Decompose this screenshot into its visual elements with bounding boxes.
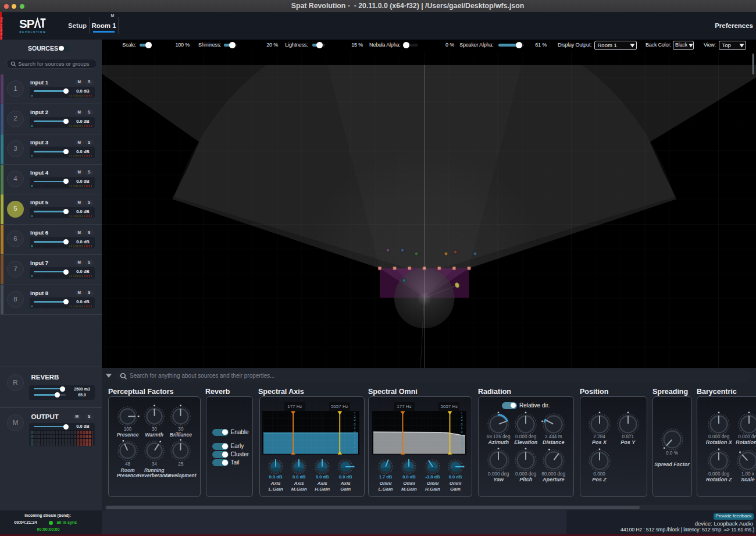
svg-text:9: 9 <box>354 441 356 445</box>
svg-text:0: 0 <box>461 422 463 425</box>
svg-text:+: + <box>461 411 463 414</box>
svg-text:REVOLUTION: REVOLUTION <box>20 31 47 34</box>
svg-text:0: 0 <box>354 449 356 453</box>
svg-text:0: 0 <box>354 422 356 425</box>
svg-text:0: 0 <box>461 430 463 434</box>
svg-text:2: 2 <box>461 414 463 418</box>
svg-text:2: 2 <box>354 445 356 449</box>
svg-text:4: 4 <box>461 418 463 422</box>
svg-text:2: 2 <box>354 414 356 418</box>
svg-text:1: 1 <box>354 426 356 429</box>
svg-text:-1: -1 <box>354 438 356 441</box>
svg-text:0: 0 <box>461 449 463 453</box>
svg-text:4: 4 <box>354 418 356 422</box>
svg-text:1: 1 <box>461 426 463 429</box>
svg-text:0: 0 <box>354 430 356 434</box>
svg-text:+: + <box>354 411 356 414</box>
svg-text:0: 0 <box>354 434 356 437</box>
